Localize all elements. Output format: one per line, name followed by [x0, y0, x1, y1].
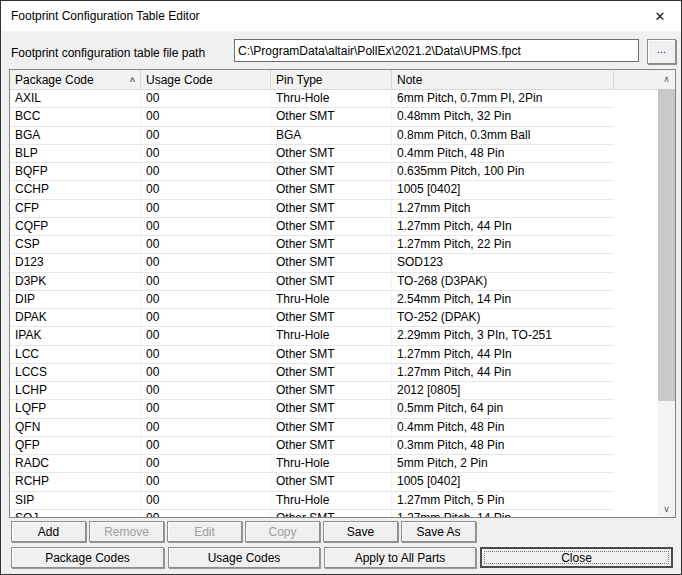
table-row-lcc[interactable]: LCC00Other SMT1.27mm Pitch, 44 PIn [10, 346, 614, 364]
cell-pin-type: Other SMT [271, 218, 392, 235]
table-row-bga[interactable]: BGA00BGA0.8mm Pitch, 0.3mm Ball [10, 127, 614, 145]
scrollbar-thumb[interactable] [658, 89, 675, 401]
window-close-button[interactable]: ✕ [639, 1, 681, 31]
file-path-input[interactable] [234, 39, 639, 62]
table-row-qfp[interactable]: QFP00Other SMT0.3mm Pitch, 48 Pin [10, 437, 614, 455]
footprint-table: Package Code∧Usage CodePin TypeNote AXIL… [9, 69, 676, 518]
vertical-scrollbar[interactable]: ∧ ∨ [658, 70, 675, 517]
cell-usage-code: 00 [141, 291, 271, 308]
browse-button[interactable]: ... [647, 39, 676, 64]
close-button[interactable]: Close [480, 547, 673, 568]
footprint-config-editor-dialog: Footprint Configuration Table Editor ✕ F… [0, 0, 682, 575]
cell-note: TO-268 (D3PAK) [392, 273, 614, 290]
cell-pin-type: Other SMT [271, 419, 392, 436]
button-row-table-actions: Package CodesUsage CodesApply to All Par… [11, 547, 677, 568]
table-row-dip[interactable]: DIP00Thru-Hole2.54mm Pitch, 14 Pin [10, 291, 614, 309]
table-row-bcc[interactable]: BCC00Other SMT0.48mm Pitch, 32 Pin [10, 108, 614, 126]
cell-pin-type: Other SMT [271, 510, 392, 517]
table-row-sip[interactable]: SIP00Thru-Hole1.27mm Pitch, 5 Pin [10, 492, 614, 510]
cell-pin-type: BGA [271, 127, 392, 144]
cell-pin-type: Other SMT [271, 273, 392, 290]
column-header-label: Package Code [15, 73, 94, 87]
add-button[interactable]: Add [11, 521, 86, 542]
cell-pin-type: Other SMT [271, 364, 392, 381]
sort-ascending-icon: ∧ [129, 75, 140, 84]
close-icon: ✕ [655, 10, 666, 23]
table-row-dpak[interactable]: DPAK00Other SMTTO-252 (DPAK) [10, 309, 614, 327]
cell-note: 1.27mm Pitch [392, 200, 614, 217]
cell-package-code: SIP [10, 492, 141, 509]
table-row-axil[interactable]: AXIL00Thru-Hole6mm Pitch, 0.7mm PI, 2Pin [10, 90, 614, 108]
table-row-cqfp[interactable]: CQFP00Other SMT1.27mm Pitch, 44 PIn [10, 218, 614, 236]
cell-package-code: LQFP [10, 400, 141, 417]
scroll-down-icon[interactable]: ∨ [658, 500, 675, 517]
cell-pin-type: Other SMT [271, 254, 392, 271]
window-title: Footprint Configuration Table Editor [1, 9, 200, 23]
table-row-cchp[interactable]: CCHP00Other SMT1005 [0402] [10, 181, 614, 199]
table-row-lqfp[interactable]: LQFP00Other SMT0.5mm Pitch, 64 pin [10, 400, 614, 418]
column-header-usage-code[interactable]: Usage Code [141, 70, 271, 89]
apply-to-all-parts-button[interactable]: Apply to All Parts [324, 547, 476, 568]
table-row-csp[interactable]: CSP00Other SMT1.27mm Pitch, 22 Pin [10, 236, 614, 254]
cell-package-code: BCC [10, 108, 141, 125]
cell-package-code: CQFP [10, 218, 141, 235]
column-header-label: Pin Type [276, 73, 322, 87]
cell-note: 1.27mm Pitch, 44 PIn [392, 346, 614, 363]
save-button[interactable]: Save [323, 521, 398, 542]
cell-usage-code: 00 [141, 145, 271, 162]
table-row-radc[interactable]: RADC00Thru-Hole5mm Pitch, 2 Pin [10, 455, 614, 473]
cell-pin-type: Other SMT [271, 382, 392, 399]
cell-pin-type: Other SMT [271, 346, 392, 363]
cell-pin-type: Thru-Hole [271, 492, 392, 509]
file-path-label: Footprint configuration table file path [11, 46, 205, 60]
cell-package-code: D123 [10, 254, 141, 271]
cell-package-code: RCHP [10, 473, 141, 490]
cell-package-code: BLP [10, 145, 141, 162]
cell-usage-code: 00 [141, 382, 271, 399]
cell-pin-type: Other SMT [271, 309, 392, 326]
copy-button: Copy [245, 521, 320, 542]
title-bar[interactable]: Footprint Configuration Table Editor ✕ [1, 1, 681, 31]
scroll-up-icon[interactable]: ∧ [658, 70, 675, 87]
table-body: AXIL00Thru-Hole6mm Pitch, 0.7mm PI, 2Pin… [10, 90, 658, 517]
table-row-bqfp[interactable]: BQFP00Other SMT0.635mm Pitch, 100 Pin [10, 163, 614, 181]
cell-pin-type: Thru-Hole [271, 327, 392, 344]
cell-package-code: QFN [10, 419, 141, 436]
cell-note: 0.635mm Pitch, 100 Pin [392, 163, 614, 180]
cell-pin-type: Other SMT [271, 236, 392, 253]
cell-note: 0.5mm Pitch, 64 pin [392, 400, 614, 417]
table-row-qfn[interactable]: QFN00Other SMT0.4mm Pitch, 48 Pin [10, 419, 614, 437]
cell-pin-type: Thru-Hole [271, 90, 392, 107]
cell-usage-code: 00 [141, 492, 271, 509]
cell-package-code: BQFP [10, 163, 141, 180]
table-row-lchp[interactable]: LCHP00Other SMT2012 [0805] [10, 382, 614, 400]
cell-package-code: DPAK [10, 309, 141, 326]
column-header-label: Usage Code [146, 73, 213, 87]
table-row-cfp[interactable]: CFP00Other SMT1.27mm Pitch [10, 200, 614, 218]
package-codes-button[interactable]: Package Codes [11, 547, 164, 568]
table-row-soj[interactable]: SOJ00Other SMT1.27mm Pitch, 14 Pin [10, 510, 614, 517]
table-row-rchp[interactable]: RCHP00Other SMT1005 [0402] [10, 473, 614, 491]
cell-package-code: D3PK [10, 273, 141, 290]
table-row-ipak[interactable]: IPAK00Thru-Hole2.29mm Pitch, 3 PIn, TO-2… [10, 327, 614, 345]
column-header-pin-type[interactable]: Pin Type [271, 70, 392, 89]
cell-pin-type: Other SMT [271, 437, 392, 454]
cell-usage-code: 00 [141, 200, 271, 217]
cell-usage-code: 00 [141, 510, 271, 517]
table-row-d123[interactable]: D12300Other SMTSOD123 [10, 254, 614, 272]
column-header-package-code[interactable]: Package Code∧ [10, 70, 141, 89]
cell-package-code: LCHP [10, 382, 141, 399]
table-row-blp[interactable]: BLP00Other SMT0.4mm Pitch, 48 Pin [10, 145, 614, 163]
table-row-lccs[interactable]: LCCS00Other SMT1.27mm Pitch, 44 Pin [10, 364, 614, 382]
column-header-note[interactable]: Note [392, 70, 614, 89]
cell-pin-type: Other SMT [271, 181, 392, 198]
table-row-d3pk[interactable]: D3PK00Other SMTTO-268 (D3PAK) [10, 273, 614, 291]
usage-codes-button[interactable]: Usage Codes [168, 547, 320, 568]
cell-package-code: QFP [10, 437, 141, 454]
cell-usage-code: 00 [141, 90, 271, 107]
cell-note: 1.27mm Pitch, 22 Pin [392, 236, 614, 253]
cell-usage-code: 00 [141, 309, 271, 326]
cell-pin-type: Other SMT [271, 163, 392, 180]
cell-usage-code: 00 [141, 437, 271, 454]
save-as-button[interactable]: Save As [401, 521, 476, 542]
